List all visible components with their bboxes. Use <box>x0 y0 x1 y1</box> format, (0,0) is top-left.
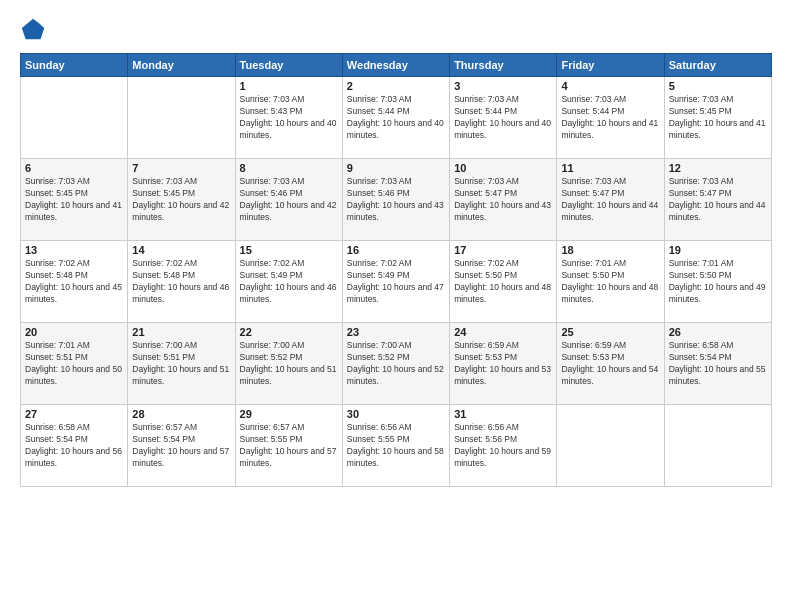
day-number: 19 <box>669 244 767 256</box>
day-info: Sunrise: 7:03 AMSunset: 5:45 PMDaylight:… <box>25 176 123 224</box>
day-info: Sunrise: 6:59 AMSunset: 5:53 PMDaylight:… <box>454 340 552 388</box>
day-info: Sunrise: 7:00 AMSunset: 5:52 PMDaylight:… <box>347 340 445 388</box>
day-cell: 9Sunrise: 7:03 AMSunset: 5:46 PMDaylight… <box>342 159 449 241</box>
week-row-5: 27Sunrise: 6:58 AMSunset: 5:54 PMDayligh… <box>21 405 772 487</box>
day-cell: 26Sunrise: 6:58 AMSunset: 5:54 PMDayligh… <box>664 323 771 405</box>
week-row-3: 13Sunrise: 7:02 AMSunset: 5:48 PMDayligh… <box>21 241 772 323</box>
day-info: Sunrise: 7:02 AMSunset: 5:48 PMDaylight:… <box>25 258 123 306</box>
day-info: Sunrise: 7:03 AMSunset: 5:46 PMDaylight:… <box>240 176 338 224</box>
day-cell: 17Sunrise: 7:02 AMSunset: 5:50 PMDayligh… <box>450 241 557 323</box>
day-info: Sunrise: 6:57 AMSunset: 5:54 PMDaylight:… <box>132 422 230 470</box>
day-number: 4 <box>561 80 659 92</box>
day-cell: 24Sunrise: 6:59 AMSunset: 5:53 PMDayligh… <box>450 323 557 405</box>
day-info: Sunrise: 7:03 AMSunset: 5:44 PMDaylight:… <box>561 94 659 142</box>
day-cell: 4Sunrise: 7:03 AMSunset: 5:44 PMDaylight… <box>557 77 664 159</box>
day-cell: 30Sunrise: 6:56 AMSunset: 5:55 PMDayligh… <box>342 405 449 487</box>
day-cell: 2Sunrise: 7:03 AMSunset: 5:44 PMDaylight… <box>342 77 449 159</box>
header-cell-tuesday: Tuesday <box>235 54 342 77</box>
day-cell <box>664 405 771 487</box>
week-row-2: 6Sunrise: 7:03 AMSunset: 5:45 PMDaylight… <box>21 159 772 241</box>
day-info: Sunrise: 6:58 AMSunset: 5:54 PMDaylight:… <box>25 422 123 470</box>
day-cell: 27Sunrise: 6:58 AMSunset: 5:54 PMDayligh… <box>21 405 128 487</box>
day-cell: 25Sunrise: 6:59 AMSunset: 5:53 PMDayligh… <box>557 323 664 405</box>
day-number: 7 <box>132 162 230 174</box>
day-cell: 12Sunrise: 7:03 AMSunset: 5:47 PMDayligh… <box>664 159 771 241</box>
day-number: 10 <box>454 162 552 174</box>
header-cell-monday: Monday <box>128 54 235 77</box>
day-number: 26 <box>669 326 767 338</box>
day-cell: 13Sunrise: 7:02 AMSunset: 5:48 PMDayligh… <box>21 241 128 323</box>
calendar-table: SundayMondayTuesdayWednesdayThursdayFrid… <box>20 53 772 487</box>
day-number: 20 <box>25 326 123 338</box>
day-number: 22 <box>240 326 338 338</box>
day-info: Sunrise: 7:03 AMSunset: 5:45 PMDaylight:… <box>669 94 767 142</box>
day-cell: 22Sunrise: 7:00 AMSunset: 5:52 PMDayligh… <box>235 323 342 405</box>
day-number: 27 <box>25 408 123 420</box>
header-row: SundayMondayTuesdayWednesdayThursdayFrid… <box>21 54 772 77</box>
day-info: Sunrise: 7:02 AMSunset: 5:49 PMDaylight:… <box>347 258 445 306</box>
day-cell: 1Sunrise: 7:03 AMSunset: 5:43 PMDaylight… <box>235 77 342 159</box>
day-number: 18 <box>561 244 659 256</box>
day-info: Sunrise: 7:02 AMSunset: 5:50 PMDaylight:… <box>454 258 552 306</box>
day-info: Sunrise: 7:02 AMSunset: 5:49 PMDaylight:… <box>240 258 338 306</box>
day-number: 16 <box>347 244 445 256</box>
day-cell: 19Sunrise: 7:01 AMSunset: 5:50 PMDayligh… <box>664 241 771 323</box>
header-cell-sunday: Sunday <box>21 54 128 77</box>
day-number: 30 <box>347 408 445 420</box>
day-number: 1 <box>240 80 338 92</box>
day-cell: 3Sunrise: 7:03 AMSunset: 5:44 PMDaylight… <box>450 77 557 159</box>
week-row-4: 20Sunrise: 7:01 AMSunset: 5:51 PMDayligh… <box>21 323 772 405</box>
header-cell-thursday: Thursday <box>450 54 557 77</box>
day-number: 14 <box>132 244 230 256</box>
day-info: Sunrise: 7:03 AMSunset: 5:47 PMDaylight:… <box>669 176 767 224</box>
day-info: Sunrise: 7:03 AMSunset: 5:46 PMDaylight:… <box>347 176 445 224</box>
day-cell: 28Sunrise: 6:57 AMSunset: 5:54 PMDayligh… <box>128 405 235 487</box>
day-cell <box>21 77 128 159</box>
day-number: 24 <box>454 326 552 338</box>
day-number: 11 <box>561 162 659 174</box>
day-number: 21 <box>132 326 230 338</box>
logo <box>20 15 52 43</box>
day-cell: 15Sunrise: 7:02 AMSunset: 5:49 PMDayligh… <box>235 241 342 323</box>
day-cell: 7Sunrise: 7:03 AMSunset: 5:45 PMDaylight… <box>128 159 235 241</box>
header-cell-saturday: Saturday <box>664 54 771 77</box>
day-number: 17 <box>454 244 552 256</box>
day-number: 6 <box>25 162 123 174</box>
day-info: Sunrise: 7:03 AMSunset: 5:47 PMDaylight:… <box>454 176 552 224</box>
day-number: 15 <box>240 244 338 256</box>
day-info: Sunrise: 6:56 AMSunset: 5:55 PMDaylight:… <box>347 422 445 470</box>
day-cell: 6Sunrise: 7:03 AMSunset: 5:45 PMDaylight… <box>21 159 128 241</box>
day-info: Sunrise: 6:57 AMSunset: 5:55 PMDaylight:… <box>240 422 338 470</box>
day-cell: 23Sunrise: 7:00 AMSunset: 5:52 PMDayligh… <box>342 323 449 405</box>
day-cell: 14Sunrise: 7:02 AMSunset: 5:48 PMDayligh… <box>128 241 235 323</box>
day-cell: 21Sunrise: 7:00 AMSunset: 5:51 PMDayligh… <box>128 323 235 405</box>
day-number: 31 <box>454 408 552 420</box>
day-cell: 8Sunrise: 7:03 AMSunset: 5:46 PMDaylight… <box>235 159 342 241</box>
day-number: 5 <box>669 80 767 92</box>
day-cell: 20Sunrise: 7:01 AMSunset: 5:51 PMDayligh… <box>21 323 128 405</box>
day-number: 12 <box>669 162 767 174</box>
day-cell <box>557 405 664 487</box>
day-number: 8 <box>240 162 338 174</box>
header-cell-wednesday: Wednesday <box>342 54 449 77</box>
day-cell: 10Sunrise: 7:03 AMSunset: 5:47 PMDayligh… <box>450 159 557 241</box>
day-info: Sunrise: 7:00 AMSunset: 5:51 PMDaylight:… <box>132 340 230 388</box>
day-info: Sunrise: 7:03 AMSunset: 5:43 PMDaylight:… <box>240 94 338 142</box>
day-number: 28 <box>132 408 230 420</box>
calendar-page: SundayMondayTuesdayWednesdayThursdayFrid… <box>0 0 792 612</box>
day-info: Sunrise: 7:02 AMSunset: 5:48 PMDaylight:… <box>132 258 230 306</box>
day-cell: 29Sunrise: 6:57 AMSunset: 5:55 PMDayligh… <box>235 405 342 487</box>
day-number: 2 <box>347 80 445 92</box>
header <box>20 15 772 43</box>
day-info: Sunrise: 7:03 AMSunset: 5:44 PMDaylight:… <box>454 94 552 142</box>
day-cell: 11Sunrise: 7:03 AMSunset: 5:47 PMDayligh… <box>557 159 664 241</box>
day-info: Sunrise: 7:01 AMSunset: 5:50 PMDaylight:… <box>669 258 767 306</box>
day-number: 23 <box>347 326 445 338</box>
day-info: Sunrise: 7:01 AMSunset: 5:50 PMDaylight:… <box>561 258 659 306</box>
logo-icon <box>20 15 48 43</box>
day-cell: 16Sunrise: 7:02 AMSunset: 5:49 PMDayligh… <box>342 241 449 323</box>
day-info: Sunrise: 7:01 AMSunset: 5:51 PMDaylight:… <box>25 340 123 388</box>
day-number: 25 <box>561 326 659 338</box>
day-cell: 5Sunrise: 7:03 AMSunset: 5:45 PMDaylight… <box>664 77 771 159</box>
day-cell: 18Sunrise: 7:01 AMSunset: 5:50 PMDayligh… <box>557 241 664 323</box>
